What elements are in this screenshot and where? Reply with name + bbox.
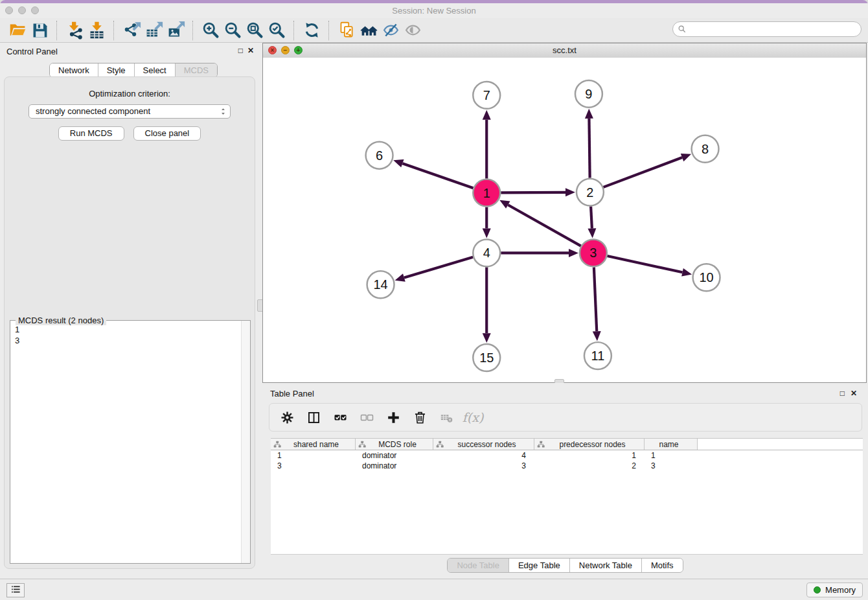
- add-column-icon[interactable]: [385, 410, 401, 425]
- table-cell[interactable]: 1: [534, 450, 645, 461]
- table-cell[interactable]: 4: [433, 450, 534, 461]
- graph-edge-2-3[interactable]: [588, 207, 596, 238]
- graph-node-1[interactable]: 1: [473, 179, 500, 207]
- search-box[interactable]: [672, 21, 862, 37]
- close-table-panel-icon[interactable]: [851, 389, 857, 398]
- table-row[interactable]: 3dominator323: [271, 461, 863, 471]
- graph-edge-1-7[interactable]: [483, 110, 491, 179]
- table-cell[interactable]: 1: [271, 450, 356, 461]
- graph-edge-4-15[interactable]: [483, 267, 491, 343]
- duplicate-network-icon[interactable]: [336, 20, 358, 41]
- export-network-icon[interactable]: [120, 20, 143, 41]
- table-cell[interactable]: 3: [433, 461, 534, 471]
- svg-text:2: 2: [586, 185, 593, 200]
- tab-motifs[interactable]: Motifs: [641, 559, 683, 572]
- zoom-selected-icon[interactable]: [266, 20, 288, 41]
- table-cell[interactable]: dominator: [356, 461, 433, 471]
- graph-node-4[interactable]: 4: [473, 239, 500, 266]
- optimization-criterion-select[interactable]: strongly connected component: [29, 104, 231, 119]
- close-panel-button[interactable]: Close panel: [133, 126, 201, 141]
- show-annotations-icon[interactable]: [402, 20, 424, 41]
- task-history-button[interactable]: [6, 583, 25, 597]
- export-table-icon[interactable]: [143, 20, 165, 41]
- network-maximize-button[interactable]: [294, 46, 303, 54]
- result-scrollbar[interactable]: [241, 321, 250, 563]
- export-image-icon[interactable]: [165, 20, 187, 41]
- split-panel-icon[interactable]: [306, 410, 321, 425]
- graph-edge-4-3[interactable]: [501, 249, 578, 257]
- network-close-button[interactable]: [268, 46, 277, 54]
- table-cell[interactable]: 3: [271, 461, 356, 471]
- run-mcds-button[interactable]: Run MCDS: [58, 126, 124, 141]
- zoom-in-icon[interactable]: [200, 20, 222, 41]
- graph-node-15[interactable]: 15: [473, 344, 500, 371]
- float-table-panel-icon[interactable]: [840, 389, 845, 398]
- table-cell[interactable]: 3: [645, 461, 698, 471]
- graph-node-7[interactable]: 7: [473, 82, 500, 109]
- close-panel-icon[interactable]: [247, 47, 254, 55]
- network-canvas[interactable]: 7968124314101511: [263, 58, 866, 382]
- search-input[interactable]: [690, 23, 856, 36]
- delete-columns-icon[interactable]: [412, 410, 428, 425]
- float-panel-icon[interactable]: [238, 47, 243, 55]
- memory-button[interactable]: Memory: [806, 583, 863, 597]
- zoom-out-icon[interactable]: [222, 20, 244, 41]
- graph-edge-3-11[interactable]: [593, 267, 601, 341]
- graph-edge-4-14[interactable]: [395, 257, 474, 282]
- graph-edge-3-1[interactable]: [499, 200, 581, 246]
- table-row[interactable]: 1dominator411: [271, 450, 863, 461]
- graph-edge-3-10[interactable]: [607, 256, 692, 277]
- graph-edge-1-2[interactable]: [501, 188, 575, 196]
- graph-node-3[interactable]: 3: [580, 239, 607, 266]
- mcds-result-text[interactable]: 1 3: [10, 321, 242, 563]
- toolbar-separator: [293, 21, 295, 40]
- graph-edge-2-8[interactable]: [603, 154, 691, 187]
- save-session-icon[interactable]: [29, 20, 51, 41]
- import-network-icon[interactable]: [63, 20, 86, 41]
- graph-node-10[interactable]: 10: [693, 264, 720, 291]
- tab-select[interactable]: Select: [134, 63, 175, 77]
- graph-edge-1-4[interactable]: [483, 207, 491, 238]
- select-all-columns-icon[interactable]: [332, 410, 348, 425]
- tab-network-table[interactable]: Network Table: [569, 559, 641, 572]
- home-view-icon[interactable]: [358, 20, 380, 41]
- tab-style[interactable]: Style: [98, 63, 134, 77]
- table-panel-title: Table Panel: [270, 389, 314, 398]
- optimization-criterion-label: Optimization criterion:: [5, 89, 255, 98]
- table-cell[interactable]: 2: [534, 461, 645, 471]
- table-cell[interactable]: 1: [645, 450, 698, 461]
- memory-status-icon: [814, 586, 821, 594]
- column-header-shared-name[interactable]: shared name: [271, 439, 356, 450]
- column-header-successor-nodes[interactable]: successor nodes: [433, 439, 534, 450]
- network-window-titlebar[interactable]: scc.txt: [263, 43, 866, 58]
- unselect-all-columns-icon[interactable]: [359, 410, 374, 425]
- graph-node-11[interactable]: 11: [584, 342, 611, 369]
- hide-annotations-icon[interactable]: [380, 20, 402, 41]
- column-header-MCDS-role[interactable]: MCDS role: [356, 439, 433, 450]
- tab-mcds[interactable]: MCDS: [175, 63, 217, 77]
- tab-node-table[interactable]: Node Table: [448, 559, 508, 572]
- network-minimize-button[interactable]: [281, 46, 290, 54]
- graph-node-9[interactable]: 9: [575, 80, 602, 108]
- graph-edge-1-6[interactable]: [393, 159, 473, 188]
- graph-edge-2-9[interactable]: [585, 109, 593, 178]
- column-header-predecessor-nodes[interactable]: predecessor nodes: [534, 439, 645, 450]
- network-window-title: scc.txt: [263, 43, 866, 57]
- open-session-icon[interactable]: [6, 20, 29, 41]
- svg-text:7: 7: [483, 88, 490, 102]
- table-cell[interactable]: dominator: [356, 450, 433, 461]
- table-settings-icon[interactable]: [279, 410, 295, 425]
- svg-text:4: 4: [483, 246, 490, 260]
- column-header-name[interactable]: name: [645, 439, 698, 450]
- toolbar-separator: [328, 21, 330, 40]
- tab-edge-table[interactable]: Edge Table: [508, 559, 569, 572]
- graph-node-14[interactable]: 14: [367, 271, 394, 298]
- graph-node-2[interactable]: 2: [577, 179, 604, 206]
- import-table-icon[interactable]: [86, 20, 108, 41]
- main-toolbar: [0, 18, 868, 43]
- refresh-layout-icon[interactable]: [301, 20, 323, 41]
- zoom-fit-icon[interactable]: [244, 20, 266, 41]
- graph-node-8[interactable]: 8: [692, 135, 719, 163]
- tab-network[interactable]: Network: [50, 63, 98, 77]
- graph-node-6[interactable]: 6: [366, 142, 393, 169]
